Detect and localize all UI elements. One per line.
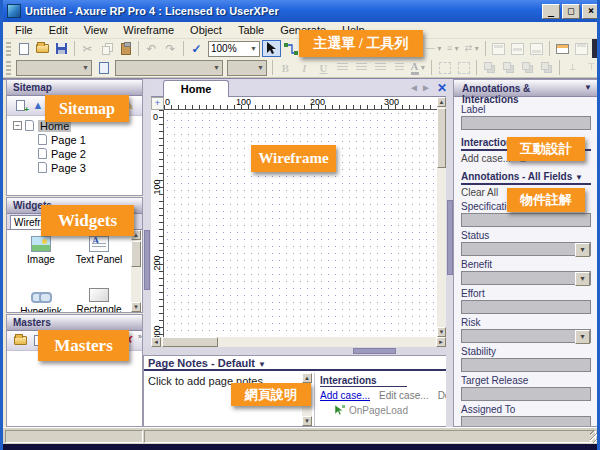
- scroll-up-icon[interactable]: ▲: [302, 373, 312, 383]
- underline-button[interactable]: U: [314, 59, 333, 76]
- masters-list[interactable]: [7, 351, 142, 425]
- effort-input[interactable]: [461, 300, 591, 314]
- splitter-grip[interactable]: [353, 348, 396, 354]
- canvas-hscrollbar[interactable]: ◄ ►: [151, 337, 446, 347]
- connector-tool-button[interactable]: [281, 40, 300, 57]
- send-to-back-button[interactable]: [499, 59, 518, 76]
- pointer-tool-button[interactable]: [262, 40, 281, 57]
- close-button[interactable]: ×: [582, 4, 600, 19]
- overflow-chevron-icon[interactable]: »: [138, 333, 141, 340]
- minimize-button[interactable]: _: [542, 4, 560, 19]
- tab-next-icon[interactable]: ►: [421, 82, 431, 93]
- font-color-button[interactable]: A▼: [409, 59, 428, 76]
- annotations-panel-header[interactable]: Annotations & Interactions ▼: [454, 80, 598, 97]
- widgets-scrollbar[interactable]: ▲ ▼: [131, 230, 141, 312]
- open-master-button[interactable]: [11, 333, 29, 349]
- border-middle-button[interactable]: [508, 40, 527, 57]
- line-weight-dropdown[interactable]: ≡▼: [444, 40, 463, 57]
- save-button[interactable]: [52, 40, 71, 57]
- font-name-select[interactable]: ▼: [115, 60, 223, 76]
- border-bottom-button[interactable]: [527, 40, 546, 57]
- copy-button[interactable]: [97, 40, 116, 57]
- paste-button[interactable]: [116, 40, 135, 57]
- align-bottom-button[interactable]: ⊤: [582, 59, 600, 76]
- resize-grip[interactable]: [590, 431, 600, 443]
- scroll-down-icon[interactable]: ▼: [131, 302, 141, 312]
- canvas-vscrollbar[interactable]: ▲ ▼: [437, 97, 446, 337]
- align-right-button[interactable]: [371, 59, 390, 76]
- title-bar[interactable]: Untitled - Axure RP Pro 4 : Licensed to …: [3, 0, 600, 22]
- font-family-select[interactable]: ▼: [16, 60, 92, 76]
- align-left-button[interactable]: [333, 59, 352, 76]
- scrollbar-thumb[interactable]: [162, 337, 218, 347]
- scrollbar-thumb[interactable]: [131, 241, 141, 267]
- menu-view[interactable]: View: [76, 23, 116, 38]
- tree-item-page2[interactable]: Page 2: [9, 147, 140, 160]
- scrollbar-thumb[interactable]: [437, 108, 446, 168]
- ungroup-button[interactable]: [454, 59, 473, 76]
- bring-to-front-button[interactable]: [480, 59, 499, 76]
- scroll-down-icon[interactable]: ▼: [437, 327, 446, 337]
- align-center-button[interactable]: [352, 59, 371, 76]
- label-field-input[interactable]: [461, 116, 591, 130]
- menu-table[interactable]: Table: [230, 23, 272, 38]
- widget-rectangle[interactable]: Rectangle: [71, 288, 127, 313]
- open-button[interactable]: [33, 40, 52, 57]
- target-release-input[interactable]: [461, 387, 591, 401]
- border-top-button[interactable]: [489, 40, 508, 57]
- send-backward-button[interactable]: [537, 59, 556, 76]
- bullet-list-button[interactable]: [390, 59, 409, 76]
- undo-button[interactable]: ↶: [142, 40, 161, 57]
- line-style-dropdown[interactable]: —▼: [425, 40, 444, 57]
- tab-prev-icon[interactable]: ◄: [409, 82, 419, 93]
- tree-item-page1[interactable]: Page 1: [9, 133, 140, 146]
- tab-home[interactable]: Home: [163, 80, 229, 97]
- italic-button[interactable]: I: [295, 59, 314, 76]
- group-button[interactable]: [435, 59, 454, 76]
- bring-forward-button[interactable]: [518, 59, 537, 76]
- cut-button[interactable]: ✂: [78, 40, 97, 57]
- arrow-style-dropdown[interactable]: ⇄▼: [463, 40, 482, 57]
- assigned-to-input[interactable]: [461, 416, 591, 426]
- add-case-link[interactable]: Add case...: [461, 153, 511, 164]
- scroll-up-icon[interactable]: ▲: [437, 97, 446, 107]
- splitter-grip[interactable]: [144, 230, 150, 290]
- page-notes-header[interactable]: Page Notes - Default ▼: [144, 356, 452, 371]
- scroll-down-icon[interactable]: ▼: [302, 416, 312, 426]
- maximize-button[interactable]: □: [562, 4, 580, 19]
- redo-button[interactable]: ↷: [161, 40, 180, 57]
- bold-button[interactable]: B: [276, 59, 295, 76]
- benefit-select[interactable]: [461, 271, 591, 285]
- align-top-button[interactable]: ⊥: [563, 59, 582, 76]
- insert-column-button[interactable]: [572, 40, 591, 57]
- collapse-icon[interactable]: −: [13, 121, 22, 130]
- add-case-link[interactable]: Add case...: [320, 390, 370, 401]
- tree-item-page3[interactable]: Page 3: [9, 161, 140, 174]
- menu-edit[interactable]: Edit: [41, 23, 76, 38]
- stability-input[interactable]: [461, 358, 591, 372]
- all-fields-section-title[interactable]: Annotations - All Fields ▼: [461, 171, 591, 185]
- zoom-select[interactable]: 100% ▼: [208, 41, 260, 57]
- status-select[interactable]: [461, 242, 591, 256]
- add-page-button[interactable]: +: [11, 98, 29, 114]
- menu-wireframe[interactable]: Wireframe: [115, 23, 182, 38]
- specification-input[interactable]: [461, 213, 591, 227]
- edit-case-link[interactable]: Edit case...: [379, 390, 428, 401]
- widget-hyperlink[interactable]: Hyperlink: [13, 288, 69, 313]
- scroll-left-icon[interactable]: ◄: [151, 337, 161, 347]
- clear-all-link[interactable]: Clear All: [461, 187, 498, 198]
- scroll-right-icon[interactable]: ►: [436, 337, 446, 347]
- menu-object[interactable]: Object: [182, 23, 230, 38]
- style-editor-button[interactable]: [94, 59, 113, 76]
- font-size-select[interactable]: ▼: [227, 60, 267, 76]
- toolbar-grip[interactable]: [6, 42, 11, 56]
- toolbar-grip[interactable]: [6, 61, 11, 75]
- risk-select[interactable]: [461, 329, 591, 343]
- menu-file[interactable]: File: [7, 23, 41, 38]
- widget-image[interactable]: Image: [13, 236, 69, 265]
- spell-check-button[interactable]: ✓: [187, 40, 206, 57]
- widget-text-panel[interactable]: A Text Panel: [71, 236, 127, 265]
- new-file-button[interactable]: [14, 40, 33, 57]
- notes-splitter[interactable]: [143, 347, 453, 355]
- table-button[interactable]: [553, 40, 572, 57]
